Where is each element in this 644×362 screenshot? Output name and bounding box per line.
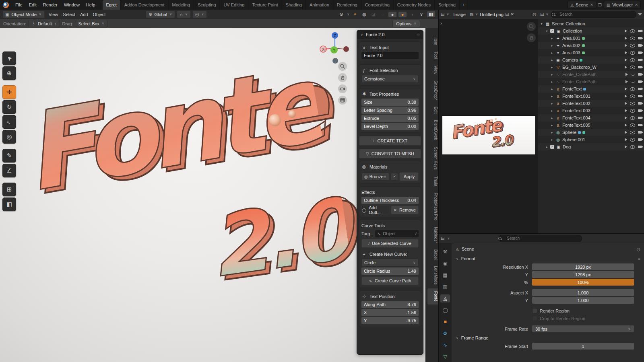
frame-range-section-header[interactable]: ∨ Frame Range xyxy=(456,334,640,342)
properties-tab-view-layer[interactable]: ▥ xyxy=(440,283,450,291)
workspace-tab-compositing[interactable]: Compositing xyxy=(361,0,394,10)
show-object-types-icon[interactable]: ⊙ xyxy=(337,11,345,17)
properties-tab-scene[interactable]: ◬ xyxy=(440,294,450,302)
orientation-select[interactable]: ⋮ Default ∨ xyxy=(29,20,60,27)
properties-tab-object[interactable]: ■ xyxy=(440,318,450,326)
eye-icon[interactable] xyxy=(630,29,635,33)
selectable-icon[interactable] xyxy=(625,145,627,148)
outliner-row-area-001[interactable]: ▸✦Area.001 xyxy=(538,35,644,42)
properties-tab-output[interactable]: ▤ xyxy=(440,271,450,279)
render-visibility-icon[interactable] xyxy=(638,95,642,97)
gizmo-z-neg[interactable] xyxy=(332,58,338,64)
eye-icon[interactable] xyxy=(630,44,635,47)
snapping-dropdown[interactable]: ∩ ∨ xyxy=(177,10,191,18)
expand-icon[interactable]: ▾ xyxy=(540,22,543,26)
gizmo-x-neg[interactable] xyxy=(343,46,349,52)
workspace-tab-animation[interactable]: Animation xyxy=(306,0,333,10)
scene-selector[interactable]: ◬ Scene ✕ xyxy=(568,1,596,9)
cursor-tool[interactable]: ⊕ xyxy=(2,66,16,80)
selectable-icon[interactable] xyxy=(625,109,627,112)
editor-type-icon[interactable]: ▤ xyxy=(540,12,544,16)
text-prop-size-slider[interactable]: Size0.38 xyxy=(361,99,419,106)
prop-field-[interactable]: 100% xyxy=(532,279,634,286)
properties-tab-object-data[interactable]: ▽ xyxy=(440,353,450,361)
prop-checkbox-render-region[interactable]: Render Region xyxy=(532,308,570,313)
fake-user-icon[interactable]: ▤ xyxy=(505,12,509,16)
selectable-icon[interactable] xyxy=(625,44,627,47)
selectable-icon[interactable] xyxy=(625,87,627,90)
viewport-menu-add[interactable]: Add xyxy=(78,12,91,17)
viewport-menu-select[interactable]: Select xyxy=(60,12,78,17)
editor-type-icon[interactable]: ▤ xyxy=(441,236,444,241)
eye-icon[interactable] xyxy=(630,102,635,105)
add-workspace-button[interactable]: + xyxy=(460,0,468,10)
expand-icon[interactable]: ▸ xyxy=(550,87,554,91)
panel-tab-photomesh-pro[interactable]: PhotoMesh Pro xyxy=(427,190,438,223)
position-y-slider[interactable]: Y-9.75 xyxy=(361,317,419,324)
panel-tab-blendxweb[interactable]: BlendXweb xyxy=(427,117,438,143)
selectable-icon[interactable] xyxy=(625,73,628,76)
eyedropper-icon[interactable]: ∕ xyxy=(415,232,416,236)
expand-icon[interactable]: ▸ xyxy=(550,95,554,98)
unlink-image-icon[interactable]: ✕ xyxy=(510,12,514,16)
render-visibility-icon[interactable] xyxy=(638,131,642,134)
outliner-row-fontetext-005[interactable]: ▸aFonteText.005 xyxy=(538,121,644,129)
workspace-tab-rendering[interactable]: Rendering xyxy=(333,0,361,10)
image-zoom-button[interactable] xyxy=(527,22,536,31)
selectable-icon[interactable] xyxy=(625,116,627,119)
image-menu[interactable]: Image xyxy=(451,12,468,17)
panel-tab-nukleos[interactable]: Nukleos* xyxy=(427,224,438,246)
outliner-search-input[interactable] xyxy=(551,11,636,18)
outliner-row-sphere[interactable]: ▸◍Sphere xyxy=(538,129,644,136)
collection-checkbox[interactable]: ✓ xyxy=(550,145,554,149)
pin-icon[interactable]: ◎ xyxy=(533,12,536,16)
outliner-row-sphere-001[interactable]: ▸◍Sphere.001 xyxy=(538,136,644,143)
show-overlays-icon[interactable]: ◍ xyxy=(360,11,368,17)
render-visibility-icon[interactable] xyxy=(638,124,642,126)
expand-icon[interactable]: ▸ xyxy=(550,109,554,113)
menu-help[interactable]: Help xyxy=(83,0,99,10)
convert-to-mesh-button[interactable]: ▽ CONVERT TO MESH xyxy=(359,149,421,158)
format-section-header[interactable]: ∨ Format ≡ xyxy=(456,255,640,263)
selectable-icon[interactable] xyxy=(625,80,628,83)
outliner-row-eg-backdrop-w[interactable]: ▸▽EG_Backdrop_W xyxy=(538,64,644,71)
panel-tab-edit[interactable]: Edit xyxy=(427,104,438,116)
render-visibility-icon[interactable] xyxy=(638,80,642,83)
copy-settings-icon[interactable]: ❐ xyxy=(598,3,602,7)
outliner-row-camera[interactable]: ▸◉Camera xyxy=(538,56,644,64)
eye-icon[interactable] xyxy=(630,138,635,142)
selectable-icon[interactable] xyxy=(625,95,627,98)
expand-icon[interactable]: ▸ xyxy=(550,44,554,47)
selectable-icon[interactable] xyxy=(625,29,627,33)
effect-outline-thickness-slider[interactable]: Outline Thickness0.04 xyxy=(361,197,419,204)
transform-tool[interactable]: ◎ xyxy=(2,130,16,144)
pan-button[interactable] xyxy=(338,73,347,82)
camera-view-button[interactable] xyxy=(338,84,347,93)
outliner-row-fontetext[interactable]: ▸aFonteText xyxy=(538,85,644,93)
outliner-row-collection[interactable]: ▾✓▣Collection xyxy=(538,27,644,35)
position-along-path-slider[interactable]: Along Path8.76 xyxy=(361,301,419,308)
viewport-menu-view[interactable]: View xyxy=(46,12,61,17)
annotate-tool[interactable]: ✎ xyxy=(2,149,16,162)
pin-icon[interactable]: ◎ xyxy=(636,247,640,252)
outliner-row-dog[interactable]: ▸✓▣Dog xyxy=(538,143,644,150)
navigation-gizmo[interactable]: Z X Y xyxy=(319,31,351,65)
options-dropdown[interactable]: Options ∨ xyxy=(392,20,420,27)
workspace-tab-egret[interactable]: Egret xyxy=(103,0,121,10)
selectable-icon[interactable] xyxy=(625,51,627,54)
render-visibility-icon[interactable] xyxy=(638,66,642,68)
expand-icon[interactable]: ▸ xyxy=(550,73,554,76)
render-visibility-icon[interactable] xyxy=(638,44,642,47)
render-visibility-icon[interactable] xyxy=(638,138,642,141)
eye-icon[interactable] xyxy=(630,109,635,113)
render-visibility-icon[interactable] xyxy=(638,73,642,76)
panel-tab-snapdrop[interactable]: SnapDrop* xyxy=(427,78,438,103)
eye-icon[interactable] xyxy=(630,131,635,134)
selectable-icon[interactable] xyxy=(625,123,627,127)
properties-tab-physics[interactable]: ∿ xyxy=(440,341,450,349)
prop-field-resolution-x[interactable]: 1920 px xyxy=(532,263,634,270)
expand-icon[interactable]: ▸ xyxy=(545,145,549,149)
eye-icon[interactable] xyxy=(630,95,635,98)
text-prop-bevel-depth-slider[interactable]: Bevel Depth0.00 xyxy=(361,123,419,130)
shading-solid-icon[interactable]: ● xyxy=(388,11,397,18)
